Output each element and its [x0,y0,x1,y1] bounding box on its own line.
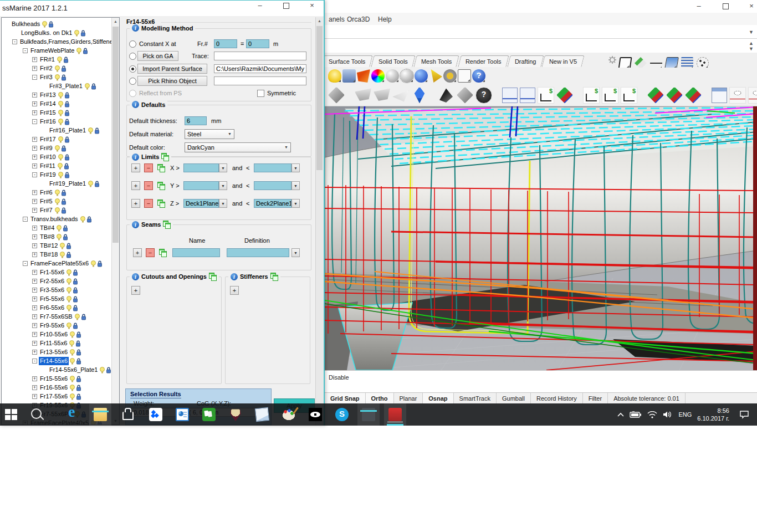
pick-rhino-object-button[interactable]: Pick Rhino Object [137,76,207,86]
rhino-titlebar[interactable]: – × [325,0,757,13]
copy-icon[interactable] [159,249,167,257]
diamondarrow-icon[interactable] [666,87,683,104]
cplane-icon[interactable] [357,69,370,83]
copy-icon[interactable] [209,273,217,280]
visibility-bulb-icon[interactable] [57,224,62,232]
visibility-bulb-icon[interactable] [58,100,63,108]
language-indicator[interactable]: ENG [678,411,692,418]
seam-name-input[interactable] [172,248,220,257]
chevron-down-icon[interactable]: ▼ [291,248,300,257]
toolbar-tab[interactable]: Surface Tools [321,55,373,67]
tree-scroll-thumb[interactable] [112,27,119,243]
expand-toggle-icon[interactable]: + [32,146,37,151]
tree-item-label[interactable]: Fr7-55x6SB [39,313,74,321]
eyecurve-icon[interactable] [729,87,746,104]
expand-toggle-icon[interactable]: + [32,101,37,106]
expand-toggle-icon[interactable]: + [32,243,37,248]
palette-icon[interactable] [282,408,295,421]
visibility-bulb-icon[interactable] [91,259,96,268]
limit-to-combo[interactable]: Deck2Plane1 [254,199,291,208]
tree-row[interactable]: + Fr6-55x6 [2,303,119,312]
info-icon[interactable]: i [231,273,238,280]
fr-number-input[interactable]: 0 [214,39,237,48]
lock-icon[interactable] [63,233,68,241]
start-icon[interactable] [4,408,18,421]
remove-limit-button[interactable]: − [144,199,153,208]
expand-toggle-icon[interactable]: + [32,270,37,275]
menu-help[interactable]: Help [376,14,394,24]
add-cutout-button[interactable]: + [131,286,140,295]
wifi-icon[interactable] [647,411,657,418]
tree-item-label[interactable]: Fr9-55x6 [39,321,65,330]
notepad-icon[interactable] [255,407,269,422]
tree-item-label[interactable]: Fr#7 [39,206,54,214]
expand-toggle-icon[interactable]: + [32,93,37,98]
toolbar-tab[interactable]: Solid Tools [371,55,416,67]
ssmarine-minimize-button[interactable]: – [250,1,269,11]
chevron-down-icon[interactable]: ▼ [291,181,300,190]
graph2-icon[interactable] [520,88,535,103]
expand-toggle-icon[interactable]: + [32,155,37,160]
limit-from-combo[interactable]: Deck1Plane2 [183,199,219,208]
gear-icon[interactable] [608,56,616,64]
expand-toggle-icon[interactable]: + [32,199,37,204]
expand-toggle-icon[interactable]: - [32,75,37,80]
menu-panels[interactable]: anels [326,14,347,24]
color-select[interactable]: DarkCyan▼ [185,142,291,152]
add-limit-button[interactable]: + [131,163,140,172]
visibility-bulb-icon[interactable] [70,348,75,356]
copy-icon[interactable] [157,164,165,172]
lock-icon[interactable] [86,215,92,223]
tree-item-label[interactable]: Fr#16_Plate1 [48,126,87,135]
lock-icon[interactable] [61,144,67,152]
lock-icon[interactable] [76,357,81,365]
tree-row[interactable]: - Fr14-55x6 [2,356,119,365]
lock-icon[interactable] [81,313,86,321]
statusbar-pane[interactable]: SmartTrack [454,393,497,404]
tree-item-label[interactable]: Fr13-55x6 [39,348,69,356]
expand-toggle-icon[interactable]: - [12,39,17,44]
tree-item-label[interactable]: Fr#17 [39,135,57,144]
expand-toggle-icon[interactable]: + [32,279,37,284]
lock-icon[interactable] [73,321,78,330]
visibility-bulb-icon[interactable] [67,295,71,303]
expand-toggle-icon[interactable]: + [32,376,37,381]
lock-icon[interactable] [61,188,67,197]
lock-icon[interactable] [76,348,81,356]
visibility-bulb-icon[interactable] [74,29,79,37]
marine-icon[interactable] [362,408,375,421]
lock-icon[interactable] [64,153,70,161]
visibility-bulb-icon[interactable] [58,91,63,99]
volume-icon[interactable] [663,411,673,418]
statusbar-pane[interactable]: Absolute tolerance: 0.01 [608,393,686,404]
visibility-bulb-icon[interactable] [85,82,90,90]
tree-item-label[interactable]: Fr#2 [39,64,54,73]
tree-row[interactable]: + Fr#17 [2,135,119,144]
edge-icon[interactable] [67,408,80,421]
add-stiffener-button[interactable]: + [230,286,239,295]
visibility-bulb-icon[interactable] [75,313,80,321]
tree-row[interactable]: + Fr#7 [2,206,119,214]
symmetric-checkbox[interactable] [257,90,264,97]
expand-toggle-icon[interactable]: + [32,288,37,293]
tree-item-label[interactable]: TB#8 [39,233,55,241]
radio-pick-rhino-object[interactable] [129,78,136,85]
dropbox-icon[interactable] [149,408,162,421]
lock-icon[interactable] [63,224,68,232]
diamond2-icon[interactable] [647,87,664,104]
add-limit-button[interactable]: + [131,199,140,208]
lock-icon[interactable] [75,339,81,347]
info-icon[interactable]: i [132,101,139,108]
tree-item-label[interactable]: TB#12 [39,242,59,250]
viewport-3d[interactable] [325,106,757,370]
battery-icon[interactable] [630,411,642,418]
lock-icon[interactable] [64,117,70,126]
visibility-bulb-icon[interactable] [88,126,93,135]
visibility-bulb-icon[interactable] [69,339,74,347]
menu-orca3d[interactable]: Orca3D [345,14,372,24]
tree-item-label[interactable]: Fr#19_Plate1 [48,180,87,188]
eyecurve2-icon[interactable] [748,87,757,104]
toolbar-tab[interactable]: Mesh Tools [414,55,460,67]
lock-icon[interactable] [73,286,78,294]
expand-toggle-icon[interactable]: + [32,234,37,239]
